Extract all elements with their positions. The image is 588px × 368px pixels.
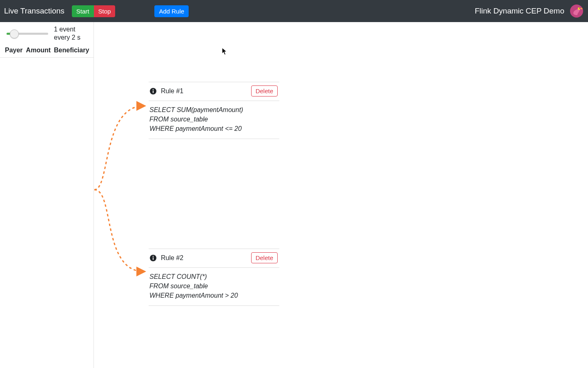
rule-query: SELECT SUM(paymentAmount) FROM source_ta… — [149, 101, 279, 139]
stop-button[interactable]: Stop — [94, 5, 116, 17]
delete-rule-button[interactable]: Delete — [251, 252, 278, 263]
rule-query-line: WHERE paymentAmount <= 20 — [149, 124, 278, 133]
info-icon[interactable] — [149, 88, 157, 95]
rule-card-1: Rule #1 Delete SELECT SUM(paymentAmount)… — [149, 82, 279, 139]
rule-title: Rule #2 — [161, 254, 251, 262]
event-rate-label: 1 event every 2 s — [54, 25, 80, 42]
event-rate-line2: every 2 s — [54, 34, 80, 42]
rule-query-line: WHERE paymentAmount > 20 — [149, 291, 278, 300]
rule-query-line: SELECT SUM(paymentAmount) — [149, 105, 278, 114]
transactions-table-header: Payer Amount Beneficiary — [0, 43, 94, 58]
rule-query-line: FROM source_table — [149, 114, 278, 124]
svg-point-2 — [579, 8, 580, 9]
main-canvas: Rule #1 Delete SELECT SUM(paymentAmount)… — [94, 22, 588, 368]
start-stop-group: Start Stop — [72, 5, 116, 17]
delete-rule-button[interactable]: Delete — [251, 85, 278, 96]
nav-right-title: Flink Dynamic CEP Demo — [475, 7, 564, 16]
svg-rect-4 — [153, 90, 154, 93]
col-header-payer: Payer — [3, 46, 24, 55]
add-rule-button[interactable]: Add Rule — [154, 5, 189, 17]
flink-logo-icon — [569, 4, 584, 18]
event-rate-line1: 1 event — [54, 25, 80, 34]
rule-query-line: FROM source_table — [149, 281, 278, 291]
event-rate-slider[interactable] — [5, 29, 50, 38]
sidebar: 1 event every 2 s Payer Amount Beneficia… — [0, 22, 94, 368]
svg-point-1 — [578, 7, 580, 10]
rule-title: Rule #1 — [161, 88, 251, 95]
rule-query-line: SELECT COUNT(*) — [149, 272, 278, 281]
nav-left-title: Live Transactions — [4, 7, 65, 16]
col-header-beneficiary: Beneficiary — [52, 46, 91, 55]
svg-rect-7 — [153, 257, 154, 260]
rule-card-2: Rule #2 Delete SELECT COUNT(*) FROM sour… — [149, 249, 279, 306]
col-header-amount: Amount — [24, 46, 52, 55]
navbar: Live Transactions Start Stop Add Rule Fl… — [0, 0, 588, 22]
start-button[interactable]: Start — [72, 5, 94, 17]
mouse-cursor-icon — [222, 47, 227, 56]
svg-point-8 — [153, 256, 154, 256]
info-icon[interactable] — [149, 254, 157, 262]
rule-query: SELECT COUNT(*) FROM source_table WHERE … — [149, 268, 279, 306]
svg-point-5 — [153, 89, 154, 90]
connector-lines — [94, 22, 257, 368]
